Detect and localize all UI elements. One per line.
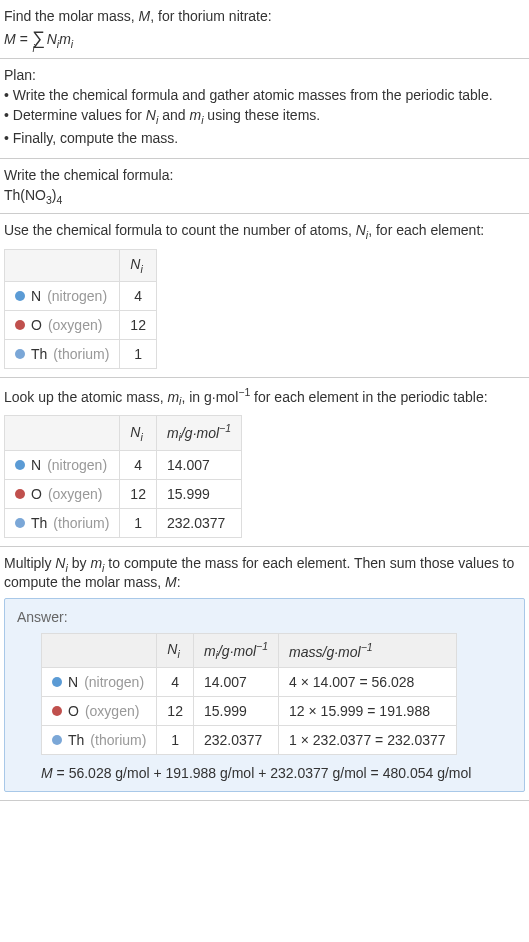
- element-dot-icon: [15, 349, 25, 359]
- element-cell: Th (thorium): [42, 726, 157, 755]
- table-header-row: Ni mi/g·mol−1 mass/g·mol−1: [42, 633, 457, 667]
- calc-value: 4 × 14.007 = 56.028: [279, 668, 456, 697]
- element-name: (oxygen): [48, 317, 102, 333]
- element-dot-icon: [15, 460, 25, 470]
- step1-title: Write the chemical formula:: [4, 167, 525, 183]
- step4-title: Multiply Ni by mi to compute the mass fo…: [4, 555, 525, 590]
- formula-m: m: [59, 31, 71, 47]
- m-value: 232.0377: [193, 726, 278, 755]
- n-value: 1: [120, 508, 157, 537]
- step3-title: Look up the atomic mass, mi, in g·mol−1 …: [4, 386, 525, 407]
- chemical-formula: Th(NO3)4: [4, 187, 525, 206]
- n-value: 4: [120, 281, 157, 310]
- element-dot-icon: [15, 489, 25, 499]
- element-name: (oxygen): [85, 703, 139, 719]
- calc-value: 12 × 15.999 = 191.988: [279, 697, 456, 726]
- element-symbol: Th: [68, 732, 84, 748]
- empty-header: [5, 416, 120, 450]
- n-value: 4: [120, 450, 157, 479]
- element-cell: Th (thorium): [5, 339, 120, 368]
- ni-header: Ni: [120, 250, 157, 282]
- n-value: 4: [157, 668, 194, 697]
- element-cell: Th (thorium): [5, 508, 120, 537]
- mass-header: mass/g·mol−1: [279, 633, 456, 667]
- table-row: N (nitrogen)4: [5, 281, 157, 310]
- plan-title: Plan:: [4, 67, 525, 83]
- element-symbol: O: [31, 317, 42, 333]
- element-symbol: N: [31, 457, 41, 473]
- element-name: (oxygen): [48, 486, 102, 502]
- table-row: Th (thorium)1232.0377: [5, 508, 242, 537]
- n-value: 12: [157, 697, 194, 726]
- compute-section: Multiply Ni by mi to compute the mass fo…: [0, 547, 529, 801]
- ni-header: Ni: [157, 633, 194, 667]
- element-cell: N (nitrogen): [5, 450, 120, 479]
- m-value: 15.999: [193, 697, 278, 726]
- atomic-mass-section: Look up the atomic mass, mi, in g·mol−1 …: [0, 378, 529, 547]
- element-cell: O (oxygen): [5, 479, 120, 508]
- calc-value: 1 × 232.0377 = 232.0377: [279, 726, 456, 755]
- formula-mi: i: [71, 38, 73, 50]
- element-dot-icon: [52, 735, 62, 745]
- step2-title: Use the chemical formula to count the nu…: [4, 222, 525, 241]
- n-value: 1: [157, 726, 194, 755]
- formula-N: N: [47, 31, 57, 47]
- intro-var: M: [139, 8, 151, 24]
- plan-item-2: • Determine values for Ni and mi using t…: [4, 107, 525, 126]
- m-value: 15.999: [156, 479, 241, 508]
- element-name: (thorium): [53, 346, 109, 362]
- table-row: Th (thorium)1: [5, 339, 157, 368]
- element-name: (nitrogen): [84, 674, 144, 690]
- element-symbol: O: [68, 703, 79, 719]
- chemical-formula-section: Write the chemical formula: Th(NO3)4: [0, 159, 529, 215]
- element-symbol: N: [31, 288, 41, 304]
- atomic-mass-table: Ni mi/g·mol−1 N (nitrogen)414.007O (oxyg…: [4, 415, 242, 537]
- element-cell: O (oxygen): [42, 697, 157, 726]
- element-symbol: Th: [31, 515, 47, 531]
- element-symbol: O: [31, 486, 42, 502]
- plan-section: Plan: • Write the chemical formula and g…: [0, 59, 529, 159]
- element-dot-icon: [52, 677, 62, 687]
- element-dot-icon: [52, 706, 62, 716]
- mi-header: mi/g·mol−1: [193, 633, 278, 667]
- element-name: (thorium): [90, 732, 146, 748]
- element-dot-icon: [15, 291, 25, 301]
- m-value: 14.007: [156, 450, 241, 479]
- sum-index: i: [32, 43, 34, 54]
- atom-count-table: Ni N (nitrogen)4O (oxygen)12Th (thorium)…: [4, 249, 157, 369]
- atom-count-section: Use the chemical formula to count the nu…: [0, 214, 529, 378]
- intro-section: Find the molar mass, M, for thorium nitr…: [0, 0, 529, 59]
- empty-header: [42, 633, 157, 667]
- table-row: N (nitrogen)414.0074 × 14.007 = 56.028: [42, 668, 457, 697]
- element-symbol: N: [68, 674, 78, 690]
- table-row: N (nitrogen)414.007: [5, 450, 242, 479]
- table-header-row: Ni mi/g·mol−1: [5, 416, 242, 450]
- m-value: 14.007: [193, 668, 278, 697]
- molar-mass-formula: M = ∑iNimi: [4, 28, 525, 50]
- formula-eq: =: [16, 31, 32, 47]
- answer-box: Answer: Ni mi/g·mol−1 mass/g·mol−1 N (ni…: [4, 598, 525, 792]
- ni-header: Ni: [120, 416, 157, 450]
- n-value: 1: [120, 339, 157, 368]
- n-value: 12: [120, 479, 157, 508]
- formula-lhs: M: [4, 31, 16, 47]
- answer-table: Ni mi/g·mol−1 mass/g·mol−1 N (nitrogen)4…: [41, 633, 457, 755]
- element-name: (nitrogen): [47, 288, 107, 304]
- element-cell: N (nitrogen): [42, 668, 157, 697]
- intro-prefix: Find the molar mass,: [4, 8, 139, 24]
- table-row: O (oxygen)1215.99912 × 15.999 = 191.988: [42, 697, 457, 726]
- element-cell: N (nitrogen): [5, 281, 120, 310]
- table-header-row: Ni: [5, 250, 157, 282]
- table-row: Th (thorium)1232.03771 × 232.0377 = 232.…: [42, 726, 457, 755]
- intro-line: Find the molar mass, M, for thorium nitr…: [4, 8, 525, 24]
- answer-label: Answer:: [17, 609, 512, 625]
- element-symbol: Th: [31, 346, 47, 362]
- m-value: 232.0377: [156, 508, 241, 537]
- table-row: O (oxygen)12: [5, 310, 157, 339]
- element-dot-icon: [15, 320, 25, 330]
- plan-item-1: • Write the chemical formula and gather …: [4, 87, 525, 103]
- n-value: 12: [120, 310, 157, 339]
- intro-suffix: , for thorium nitrate:: [150, 8, 271, 24]
- plan-item-3: • Finally, compute the mass.: [4, 130, 525, 146]
- final-equation: M = 56.028 g/mol + 191.988 g/mol + 232.0…: [41, 765, 512, 781]
